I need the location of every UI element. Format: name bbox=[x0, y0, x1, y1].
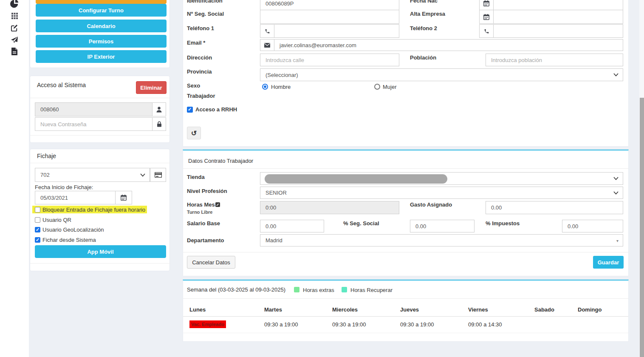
divider bbox=[183, 168, 628, 169]
calendar-icon[interactable] bbox=[115, 191, 132, 204]
nivel-profesion-select[interactable]: SENIOR bbox=[260, 187, 623, 199]
nseg-input[interactable] bbox=[260, 10, 399, 24]
direccion-input[interactable] bbox=[260, 54, 399, 66]
permisos-button[interactable]: Permisos bbox=[36, 35, 167, 48]
chevron-down-icon bbox=[140, 173, 145, 177]
fichaje-title: Fichaje bbox=[37, 153, 56, 159]
horas-mes-input bbox=[260, 201, 399, 214]
acceso-rrhh-checkbox[interactable] bbox=[187, 107, 193, 113]
phone-icon bbox=[260, 24, 274, 38]
fecha-nac-input[interactable] bbox=[493, 0, 623, 10]
send-icon[interactable] bbox=[11, 36, 18, 44]
sexo-hombre-label: Hombre bbox=[271, 84, 291, 90]
calendar-icon[interactable] bbox=[479, 10, 494, 24]
eliminar-button[interactable]: Eliminar bbox=[136, 81, 167, 94]
email-input[interactable] bbox=[274, 39, 623, 51]
telefono1-input[interactable] bbox=[274, 24, 399, 38]
schedule-cell-martes: 09:30 a 19:00 bbox=[264, 321, 298, 328]
email-label: Email * bbox=[187, 40, 205, 46]
alta-empresa-label: Alta Empresa bbox=[410, 11, 445, 17]
fichaje-card: Fichaje 702 Fecha Inicio de Fichaje: Blo… bbox=[30, 149, 170, 271]
salario-base-label: Salario Base bbox=[187, 220, 220, 227]
new-password-input[interactable] bbox=[35, 117, 153, 131]
divider bbox=[30, 263, 170, 264]
caret-down-icon: ▾ bbox=[616, 238, 619, 243]
horas-mes-label: Horas Mes bbox=[187, 201, 220, 208]
fichar-sistema-label: Fichar desde Sistema bbox=[42, 237, 96, 243]
seg-social-label: % Seg. Social bbox=[343, 220, 379, 227]
turno-libre-label: Turno Libre bbox=[187, 210, 212, 215]
pie-chart-icon[interactable] bbox=[10, 0, 19, 8]
icon-sidebar bbox=[0, 0, 29, 357]
horas-recuperar-swatch bbox=[342, 287, 347, 292]
direccion-label: Dirección bbox=[187, 54, 212, 61]
user-code-input[interactable] bbox=[35, 102, 153, 116]
bloquear-fichaje-checkbox[interactable] bbox=[35, 207, 40, 212]
gasto-asignado-input[interactable] bbox=[486, 201, 623, 214]
terminal-select[interactable]: 702 bbox=[35, 168, 150, 182]
telefono1-label: Teléfono 1 bbox=[187, 25, 214, 31]
app-movil-button[interactable]: App Móvil bbox=[35, 245, 166, 258]
identificacion-label: Identificación bbox=[187, 0, 223, 4]
provincia-select[interactable]: (Seleccionar) bbox=[260, 68, 623, 81]
trabajador-label: Trabajador bbox=[187, 93, 215, 99]
calendario-button[interactable]: Calendario bbox=[36, 20, 167, 32]
seg-social-input[interactable] bbox=[410, 220, 475, 232]
nivel-profesion-label: Nivel Profesión bbox=[187, 188, 227, 194]
acceso-sistema-card: Acceso al Sistema Eliminar bbox=[30, 76, 170, 143]
schedule-cell-jueves: 09:30 a 19:00 bbox=[400, 321, 434, 328]
sexo-mujer-label: Mujer bbox=[383, 84, 397, 90]
card-reader-button[interactable] bbox=[150, 168, 166, 182]
nivel-profesion-value: SENIOR bbox=[266, 190, 287, 196]
salario-base-input[interactable] bbox=[260, 220, 324, 232]
alta-empresa-input[interactable] bbox=[493, 10, 623, 24]
ip-exterior-button[interactable]: IP Exterior bbox=[36, 50, 167, 63]
table-header-border bbox=[183, 316, 628, 317]
poblacion-input[interactable] bbox=[486, 54, 623, 66]
gasto-asignado-label: Gasto Asignado bbox=[410, 201, 452, 208]
calendar-icon[interactable] bbox=[479, 0, 494, 10]
identificacion-input[interactable] bbox=[260, 0, 399, 10]
departamento-select[interactable]: Madrid ▾ bbox=[260, 234, 623, 246]
usuario-geo-checkbox[interactable] bbox=[35, 227, 40, 232]
provincia-select-value: (Seleccionar) bbox=[266, 72, 298, 78]
document-icon[interactable] bbox=[11, 48, 18, 56]
sexo-hombre-radio[interactable] bbox=[262, 84, 268, 90]
telefono2-input[interactable] bbox=[493, 24, 623, 38]
chevron-down-icon bbox=[613, 73, 619, 76]
provincia-label: Provincia bbox=[187, 68, 212, 75]
partial-orange-button[interactable] bbox=[36, 0, 167, 4]
usuario-qr-checkbox[interactable] bbox=[35, 217, 40, 223]
edit-small-icon[interactable] bbox=[215, 202, 220, 207]
day-header-jueves: Jueves bbox=[400, 306, 419, 313]
horas-extras-label: Horas extras bbox=[303, 287, 334, 293]
guardar-button[interactable]: Guardar bbox=[593, 256, 624, 269]
divider bbox=[183, 298, 628, 299]
vertical-scrollbar-thumb[interactable] bbox=[640, 98, 644, 357]
grid-icon[interactable] bbox=[11, 13, 18, 19]
fichar-sistema-checkbox[interactable] bbox=[35, 237, 40, 243]
edit-icon[interactable] bbox=[11, 24, 19, 32]
usuario-qr-label: Usuario QR bbox=[42, 217, 71, 223]
day-header-martes: Martes bbox=[264, 306, 282, 313]
tienda-select[interactable] bbox=[260, 172, 623, 185]
terminal-select-value: 702 bbox=[40, 172, 50, 178]
impuestos-input[interactable] bbox=[562, 220, 623, 232]
sexo-mujer-radio[interactable] bbox=[374, 84, 380, 90]
day-header-miercoles: Miercoles bbox=[332, 306, 358, 313]
configurar-turno-button[interactable]: Configurar Turno bbox=[36, 4, 167, 17]
usuario-geo-label: Usuario GeoLocalización bbox=[42, 227, 104, 233]
undo-button[interactable]: ↺ bbox=[187, 127, 201, 139]
poblacion-label: Población bbox=[410, 54, 436, 61]
cancelar-datos-button[interactable]: Cancelar Datos bbox=[187, 256, 235, 269]
undo-icon: ↺ bbox=[191, 129, 197, 137]
divider bbox=[30, 98, 170, 98]
sexo-label: Sexo bbox=[187, 82, 200, 89]
impuestos-label: % Impuestos bbox=[486, 220, 520, 227]
fecha-inicio-input[interactable] bbox=[35, 191, 116, 204]
vacation-cell[interactable]: Vac. Empleado bbox=[189, 320, 226, 328]
divider bbox=[30, 163, 170, 163]
hr-employee-page: { "colors": { "accent_cyan": "#28b7e2", … bbox=[0, 0, 644, 357]
table-row-border bbox=[183, 333, 628, 333]
schedule-cell-viernes: 09:00 a 14:30 bbox=[468, 321, 502, 328]
